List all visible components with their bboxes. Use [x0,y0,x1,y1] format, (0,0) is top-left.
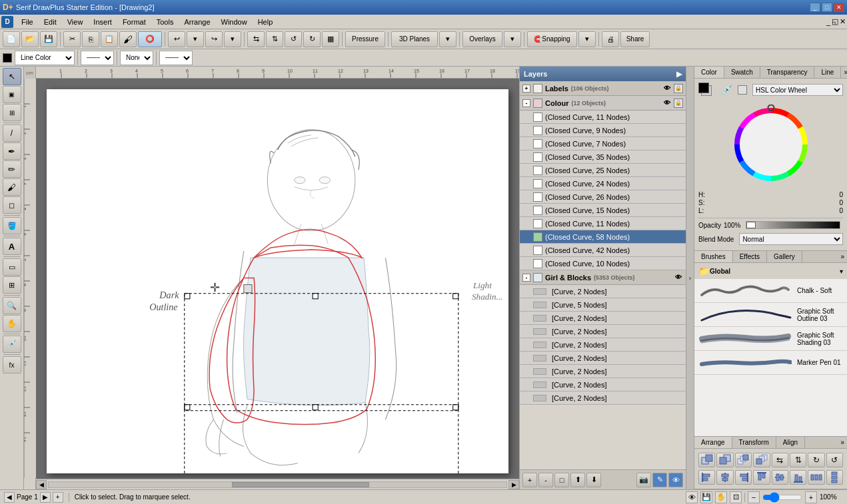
planes-button[interactable]: 3D Planes [391,31,438,47]
layer-delete-btn[interactable]: - [538,473,553,487]
effects-tab[interactable]: Effects [733,251,767,262]
pan-tool[interactable]: ✋ [3,315,21,332]
layer-item[interactable]: (Closed Curve, 26 Nodes) [520,190,686,204]
stamp-button[interactable]: ⭕ [138,31,162,47]
layer-item[interactable]: (Closed Curve, 9 Nodes) [520,124,686,137]
line-end-select[interactable]: None [120,51,153,65]
snapping-dropdown[interactable]: ▾ [578,31,596,47]
connector-tool[interactable]: ⊞ [3,276,21,294]
share-button[interactable]: Share [620,31,650,47]
menu-format[interactable]: Format [117,17,151,27]
brush-item-chalk-soft[interactable]: Chalk - Soft [694,279,847,303]
canvas[interactable]: ✛ Dark Outline Light Shadin... Light out… [36,79,519,489]
line-color-swatch[interactable] [3,53,12,63]
new-button[interactable]: 📄 [3,31,20,47]
bring-forward-btn[interactable] [698,453,715,467]
line-tool[interactable]: / [3,125,21,142]
girl-visibility[interactable]: 👁 [674,273,683,282]
line-style-select[interactable]: ───── [81,51,114,65]
gallery-tab[interactable]: Gallery [767,251,802,262]
layer-snapshot-btn[interactable]: 📷 [636,473,651,487]
text-tool[interactable]: A [3,238,21,255]
color-mode-select[interactable]: HSL Color Wheel RGB CMYK HSB [752,84,843,96]
align-middle-btn[interactable] [772,470,788,485]
flip-h-button[interactable]: ⇆ [247,31,265,47]
pan-zoom-btn[interactable]: ✋ [715,491,727,503]
transform-tab[interactable]: Transform [732,437,776,448]
copy-button[interactable]: ⎘ [82,31,99,47]
eyedropper-icon[interactable]: 💉 [721,85,732,95]
flip-v-button[interactable]: ⇅ [266,31,283,47]
brush-item-graphic-shading[interactable]: Graphic Soft Shading 03 [694,327,847,351]
layer-item[interactable]: (Closed Curve, 15 Nodes) [520,204,686,217]
colour-expand-btn[interactable]: - [522,99,530,107]
redo-dropdown[interactable]: ▾ [224,31,241,47]
layer-item[interactable]: (Closed Curve, 11 Nodes) [520,111,686,124]
color-tab[interactable]: Color [694,67,724,78]
shape-tool[interactable]: ▭ [3,258,21,276]
rotate-r-button[interactable]: ↻ [303,31,321,47]
overlays-button[interactable]: Overlays [462,31,502,47]
distribute-h-btn[interactable] [808,470,824,485]
layers-panel-collapse[interactable]: › [686,67,694,489]
menu-help[interactable]: Help [253,17,279,27]
layers-body[interactable]: + Labels (106 Objects) 👁 🔒 - [520,81,686,469]
menu-insert[interactable]: Insert [88,17,117,27]
h-scrollbar-track[interactable] [48,481,507,488]
layer-item-selected[interactable]: (Closed Curve, 58 Nodes) [520,230,686,244]
flip-h-arrange-btn[interactable]: ⇆ [772,453,788,467]
maximize-button[interactable]: □ [822,3,832,12]
eyedropper-tool[interactable]: 💉 [3,336,21,353]
menu-tools[interactable]: Tools [151,17,179,27]
layer-item[interactable]: [Curve, 2 Nodes] [520,378,686,391]
inner-restore[interactable]: ◱ [832,17,838,26]
align-right-btn[interactable] [735,470,752,485]
bring-to-front-btn[interactable] [735,453,752,467]
overlays-dropdown[interactable]: ▾ [504,31,521,47]
pointer-tool[interactable]: ↖ [3,68,21,85]
layer-item[interactable]: [Curve, 2 Nodes] [520,325,686,338]
layer-item[interactable]: [Curve, 2 Nodes] [520,365,686,378]
h-scrollbar[interactable]: ◀ ▶ [36,479,519,489]
rotate-l-button[interactable]: ↺ [285,31,302,47]
layer-edit-btn[interactable]: ✎ [652,473,667,487]
brushes-list[interactable]: Chalk - Soft Graphic Soft Outline 03 [694,279,847,436]
layer-item[interactable]: [Curve, 2 Nodes] [520,391,686,405]
labels-visibility[interactable]: 👁 [662,84,672,93]
layer-group-labels-header[interactable]: + Labels (106 Objects) 👁 🔒 [520,81,686,96]
brush-item-graphic-outline[interactable]: Graphic Soft Outline 03 [694,303,847,327]
align-center-h-btn[interactable] [716,470,733,485]
print-button[interactable]: 🖨 [602,31,619,47]
layer-item[interactable]: [Curve, 2 Nodes] [520,312,686,325]
zoom-in-btn[interactable]: + [805,491,817,503]
scroll-left-btn[interactable]: ◀ [36,480,47,489]
add-page-btn[interactable]: + [53,492,63,503]
align-bottom-btn[interactable] [790,470,806,485]
line-color-select[interactable]: Line Color [15,51,75,65]
layer-item[interactable]: (Closed Curve, 25 Nodes) [520,164,686,177]
zoom-slider[interactable] [762,493,802,501]
send-to-back-btn[interactable] [753,453,770,467]
layer-item[interactable]: (Closed Curve, 24 Nodes) [520,177,686,190]
brushes-tab[interactable]: Brushes [694,251,733,262]
layer-add-btn[interactable]: + [522,473,537,487]
transparency-tab[interactable]: Transparency [760,67,815,78]
save-button[interactable]: 💾 [40,31,57,47]
undo-button[interactable]: ↩ [168,31,185,47]
paste-button[interactable]: 📋 [101,31,118,47]
arrange-panel-expand[interactable]: » [838,439,847,446]
show-layers-btn[interactable]: 👁 [686,491,698,503]
layer-item[interactable]: [Curve, 2 Nodes] [520,338,686,352]
align-top-btn[interactable] [753,470,770,485]
line-tab[interactable]: Line [814,67,841,78]
layer-group-colour-header[interactable]: - Colour (12 Objects) 👁 🔒 [520,96,686,111]
layer-item[interactable]: [Curve, 2 Nodes] [520,352,686,365]
color-wheel-container[interactable] [698,101,843,188]
layer-item[interactable]: (Closed Curve, 11 Nodes) [520,217,686,230]
line-color-box[interactable] [698,83,709,93]
zoom-out-btn[interactable]: − [748,491,760,503]
layer-group-girl-header[interactable]: - Girl & Blocks (5353 Objects) 👁 [520,270,686,285]
girl-expand-btn[interactable]: - [522,274,530,282]
distribute-v-btn[interactable] [826,470,843,485]
layer-item[interactable]: (Closed Curve, 7 Nodes) [520,137,686,150]
